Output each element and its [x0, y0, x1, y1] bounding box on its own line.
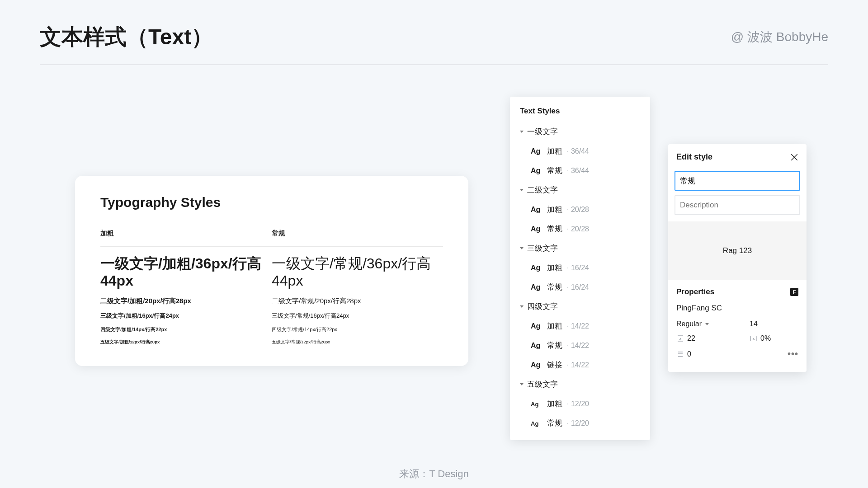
- style-item-dims: · 14/22: [567, 342, 589, 350]
- font-family-select[interactable]: PingFang SC: [676, 304, 798, 313]
- style-description-input[interactable]: [675, 195, 800, 215]
- style-group-header[interactable]: 四级文字: [514, 297, 646, 316]
- caret-down-icon: [520, 383, 524, 385]
- typography-sample: 四级文字/常规/14px/行高22px: [272, 326, 443, 333]
- caret-down-icon: [520, 247, 524, 249]
- typography-sample: 四级文字/加粗/14px/行高22px: [100, 326, 272, 333]
- chevron-down-icon: [705, 323, 709, 325]
- more-icon: •••: [788, 349, 798, 359]
- letter-spacing-input[interactable]: A 0%: [750, 334, 798, 343]
- svg-text:A: A: [679, 337, 682, 341]
- letter-spacing-icon: A: [750, 335, 758, 342]
- source-label: 来源：T Design: [399, 467, 469, 481]
- caret-down-icon: [520, 305, 524, 308]
- style-group-title: 五级文字: [527, 379, 558, 389]
- caret-down-icon: [520, 189, 524, 191]
- style-item-name: 常规: [547, 340, 562, 351]
- font-badge-icon[interactable]: F: [790, 288, 798, 296]
- font-size-input[interactable]: 14: [750, 320, 798, 328]
- style-item[interactable]: Ag 常规 · 36/44: [514, 161, 646, 180]
- column-header-regular: 常规: [272, 229, 443, 247]
- style-group-title: 一级文字: [527, 127, 558, 137]
- style-group-header[interactable]: 二级文字: [514, 180, 646, 200]
- typography-bold-column: 加粗 一级文字/加粗/36px/行高44px 二级文字/加粗/20px/行高28…: [100, 229, 272, 345]
- style-item-dims: · 20/28: [567, 225, 589, 233]
- text-styles-panel: Text Styles 一级文字 Ag 加粗 · 36/44 Ag 常规 · 3…: [510, 97, 650, 440]
- style-group-header[interactable]: 三级文字: [514, 239, 646, 258]
- ag-icon: Ag: [531, 283, 542, 291]
- typography-sample: 五级文字/加粗/12px/行高20px: [100, 339, 272, 345]
- ag-icon: Ag: [531, 206, 542, 214]
- ag-icon: Ag: [531, 361, 542, 369]
- attribution: @ 波波 BobbyHe: [731, 28, 828, 46]
- ag-icon: Ag: [531, 322, 542, 330]
- paragraph-spacing-icon: [676, 351, 684, 358]
- edit-style-panel: Edit style Rag 123 Properties F PingFang…: [668, 144, 807, 372]
- style-item-name: 链接: [547, 360, 562, 370]
- ag-icon: Ag: [531, 342, 542, 350]
- style-group-header[interactable]: 五级文字: [514, 375, 646, 394]
- text-styles-panel-title: Text Styles: [514, 107, 646, 122]
- style-item[interactable]: Ag 加粗 · 14/22: [514, 316, 646, 336]
- style-item[interactable]: Ag 加粗 · 16/24: [514, 258, 646, 277]
- svg-text:A: A: [752, 337, 755, 341]
- page-title: 文本样式（Text）: [40, 23, 213, 52]
- typography-sample: 五级文字/常规/12px/行高20px: [272, 339, 443, 345]
- style-item[interactable]: Ag 加粗 · 12/20: [514, 394, 646, 413]
- typography-regular-column: 常规 一级文字/常规/36px/行高44px 二级文字/常规/20px/行高28…: [272, 229, 443, 345]
- typography-card-title: Typography Styles: [100, 195, 443, 210]
- style-item-dims: · 14/22: [567, 361, 589, 369]
- close-icon: [790, 153, 798, 161]
- typography-sample: 二级文字/加粗/20px/行高28px: [100, 297, 272, 305]
- style-item-name: 常规: [547, 282, 562, 292]
- style-group-header[interactable]: 一级文字: [514, 122, 646, 141]
- typography-sample: 三级文字/加粗/16px/行高24px: [100, 312, 272, 320]
- ag-icon: Ag: [531, 225, 542, 233]
- line-height-input[interactable]: A 22: [676, 334, 746, 343]
- style-item[interactable]: Ag 加粗 · 36/44: [514, 141, 646, 161]
- ag-icon: Ag: [531, 401, 542, 408]
- close-button[interactable]: [790, 153, 798, 161]
- typography-sample: 二级文字/常规/20px/行高28px: [272, 297, 443, 305]
- style-item-name: 加粗: [547, 321, 562, 331]
- edit-style-title: Edit style: [676, 152, 712, 162]
- ag-icon: Ag: [531, 167, 542, 175]
- style-item-dims: · 36/44: [567, 167, 589, 175]
- style-item[interactable]: Ag 常规 · 20/28: [514, 219, 646, 239]
- style-item-name: 常规: [547, 165, 562, 176]
- style-item[interactable]: Ag 加粗 · 20/28: [514, 200, 646, 219]
- style-item-dims: · 14/22: [567, 322, 589, 330]
- typography-card: Typography Styles 加粗 一级文字/加粗/36px/行高44px…: [75, 176, 468, 366]
- more-options-button[interactable]: •••: [750, 349, 798, 359]
- style-item-name: 常规: [547, 224, 562, 234]
- typography-sample: 一级文字/常规/36px/行高44px: [272, 255, 443, 290]
- ag-icon: Ag: [531, 264, 542, 272]
- style-item-dims: · 16/24: [567, 264, 589, 272]
- style-item-name: 加粗: [547, 146, 562, 156]
- style-group-title: 三级文字: [527, 243, 558, 253]
- style-item-dims: · 20/28: [567, 206, 589, 214]
- style-preview: Rag 123: [668, 221, 807, 280]
- column-header-bold: 加粗: [100, 229, 272, 247]
- style-item-dims: · 36/44: [567, 147, 589, 155]
- style-item-name: 加粗: [547, 204, 562, 215]
- style-item-dims: · 12/20: [567, 419, 589, 427]
- style-item-name: 加粗: [547, 399, 562, 409]
- line-height-icon: A: [676, 335, 684, 342]
- style-name-input[interactable]: [675, 171, 800, 191]
- style-item-dims: · 16/24: [567, 283, 589, 291]
- style-group-title: 二级文字: [527, 185, 558, 195]
- style-item-name: 常规: [547, 418, 562, 428]
- style-item[interactable]: Ag 链接 · 14/22: [514, 355, 646, 375]
- paragraph-spacing-input[interactable]: 0: [676, 349, 746, 359]
- style-item[interactable]: Ag 常规 · 16/24: [514, 277, 646, 297]
- style-item[interactable]: Ag 常规 · 14/22: [514, 336, 646, 355]
- font-weight-select[interactable]: Regular: [676, 320, 746, 328]
- style-item-dims: · 12/20: [567, 400, 589, 408]
- style-item[interactable]: Ag 常规 · 12/20: [514, 413, 646, 433]
- ag-icon: Ag: [531, 420, 542, 427]
- typography-sample: 一级文字/加粗/36px/行高44px: [100, 255, 272, 290]
- caret-down-icon: [520, 131, 524, 133]
- style-group-title: 四级文字: [527, 301, 558, 312]
- style-item-name: 加粗: [547, 263, 562, 273]
